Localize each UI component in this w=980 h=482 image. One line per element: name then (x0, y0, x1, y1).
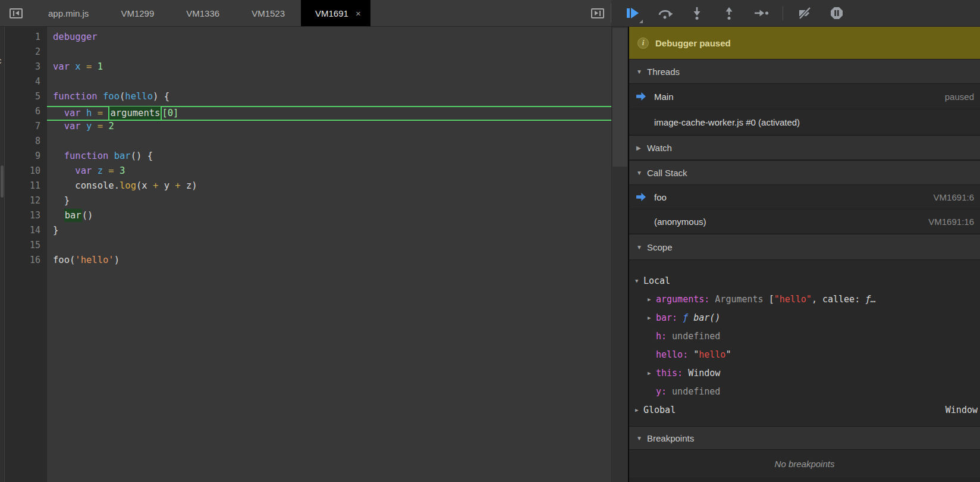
section-header-watch[interactable]: ▶ Watch (629, 135, 980, 160)
editor-scrollbar-thumb[interactable] (612, 28, 627, 167)
resume-button[interactable] (621, 3, 645, 23)
line-number[interactable]: 5 (5, 91, 46, 106)
step-out-button[interactable] (717, 3, 741, 23)
scope-row[interactable]: ▶arguments: Arguments ["hello", callee: … (629, 290, 980, 308)
pause-on-exceptions-button[interactable] (825, 3, 849, 23)
thread-label: image-cache-worker.js #0 (activated) (654, 117, 800, 127)
thread-row[interactable]: image-cache-worker.js #0 (activated) (629, 109, 980, 135)
code-line[interactable] (47, 240, 611, 255)
chevron-right-icon[interactable]: ▶ (648, 315, 656, 321)
line-number[interactable]: 3 (5, 61, 46, 76)
code-line-paused[interactable]: var h = arguments[0] (47, 106, 611, 121)
line-number[interactable]: 11 (5, 180, 46, 195)
line-number[interactable]: 15 (5, 240, 46, 255)
section-title: Call Stack (647, 168, 687, 178)
tab-app.min.js[interactable]: app.min.js (32, 0, 105, 26)
thread-row[interactable]: Mainpaused (629, 84, 980, 109)
scope-row[interactable]: ▶this: Window (629, 364, 980, 382)
toolbar-divider (611, 4, 611, 23)
line-number[interactable]: 10 (5, 165, 46, 180)
scope-segment (677, 312, 683, 323)
code-token: y (86, 121, 92, 132)
code-line[interactable]: var z = 3 (47, 165, 611, 180)
scope-row[interactable]: ▶bar: ƒ bar() (629, 308, 980, 327)
step-over-button[interactable] (653, 3, 677, 23)
call-stack-row[interactable]: fooVM1691:6 (629, 185, 980, 209)
tab-label: app.min.js (48, 8, 89, 18)
section-header-scope[interactable]: ▼ Scope (629, 234, 980, 260)
deactivate-breakpoints-button[interactable] (793, 3, 816, 23)
tab-VM1523[interactable]: VM1523 (235, 0, 301, 26)
scope-segment: bar: (656, 312, 677, 323)
code-token (103, 121, 108, 132)
line-number[interactable]: 6 (5, 106, 46, 121)
line-number[interactable]: 13 (5, 210, 46, 225)
navigator-scrollbar-thumb[interactable] (1, 165, 4, 198)
code-line[interactable]: var y = 2 (47, 121, 611, 136)
code-line[interactable]: foo('hello') (47, 255, 611, 270)
code-token: 1 (98, 61, 103, 72)
code-line[interactable]: debugger (47, 32, 611, 46)
code-token: function (64, 151, 109, 161)
line-number[interactable]: 8 (5, 136, 46, 151)
code-token: bar (114, 151, 131, 161)
section-header-breakpoints[interactable]: ▼ Breakpoints (629, 426, 980, 450)
code-line[interactable] (47, 46, 611, 61)
scope-segment: Local (643, 276, 670, 286)
code-line[interactable]: function foo(hello) { (47, 91, 611, 106)
thread-label: Main (654, 92, 674, 102)
code-editor[interactable]: c 12345678910111213141516 debuggervar x … (0, 27, 628, 482)
section-header-call-stack[interactable]: ▼ Call Stack (629, 160, 980, 185)
line-number[interactable]: 14 (5, 225, 46, 240)
line-number[interactable]: 4 (5, 76, 46, 91)
code-token: [0] (162, 108, 178, 118)
line-number[interactable]: 2 (5, 46, 46, 61)
line-number[interactable]: 9 (5, 151, 46, 165)
source-tab-strip: app.min.jsVM1299VM1336VM1523VM1691× (0, 0, 611, 26)
scope-row[interactable]: h: undefined (629, 327, 980, 345)
code-line[interactable]: } (47, 225, 611, 240)
step-button[interactable] (749, 3, 773, 23)
scope-row[interactable]: hello: "hello" (629, 345, 980, 364)
code-line[interactable]: bar() (47, 210, 611, 225)
code-token: h (86, 108, 92, 118)
scope-row[interactable]: y: undefined (629, 382, 980, 400)
collapse-sources-panel-button[interactable] (585, 0, 611, 26)
code-line[interactable]: var x = 1 (47, 61, 611, 76)
collapse-navigator-button[interactable] (0, 0, 32, 26)
chevron-right-icon[interactable]: ▶ (635, 407, 643, 413)
sidebar-filler (629, 478, 980, 482)
call-stack-row[interactable]: (anonymous)VM1691:16 (629, 209, 980, 234)
code-line[interactable]: function bar() { (47, 151, 611, 165)
code-pane[interactable]: debuggervar x = 1function foo(hello) { v… (47, 27, 611, 482)
code-token: debugger (53, 32, 98, 42)
code-token: var (75, 165, 92, 176)
step-into-button[interactable] (685, 3, 709, 23)
scope-row[interactable]: ▶GlobalWindow (629, 400, 980, 419)
info-icon: i (637, 37, 649, 49)
code-line[interactable]: } (47, 195, 611, 210)
editor-scrollbar[interactable] (611, 27, 628, 482)
code-token: 3 (120, 165, 125, 176)
code-token (92, 61, 97, 72)
chevron-right-icon[interactable]: ▶ (648, 296, 656, 302)
tab-VM1691[interactable]: VM1691× (301, 0, 370, 26)
code-line[interactable] (47, 136, 611, 151)
code-line[interactable]: console.log(x + y + z) (47, 180, 611, 195)
line-number[interactable]: 1 (5, 32, 46, 46)
code-line[interactable] (47, 76, 611, 91)
tab-VM1336[interactable]: VM1336 (170, 0, 235, 26)
line-number[interactable]: 7 (5, 121, 46, 136)
chevron-right-icon: ▶ (636, 145, 642, 151)
scope-row[interactable]: ▼Local (629, 271, 980, 290)
close-icon[interactable]: × (356, 8, 361, 18)
line-number[interactable]: 12 (5, 195, 46, 210)
line-number[interactable]: 16 (5, 255, 46, 270)
tab-VM1299[interactable]: VM1299 (105, 0, 170, 26)
section-header-threads[interactable]: ▼ Threads (629, 59, 980, 84)
scope-segment: h: (656, 331, 667, 342)
code-token: + (175, 180, 180, 191)
chevron-right-icon[interactable]: ▶ (648, 370, 656, 376)
scope-segment: Arguments (715, 294, 768, 305)
chevron-down-icon[interactable]: ▼ (635, 278, 643, 284)
